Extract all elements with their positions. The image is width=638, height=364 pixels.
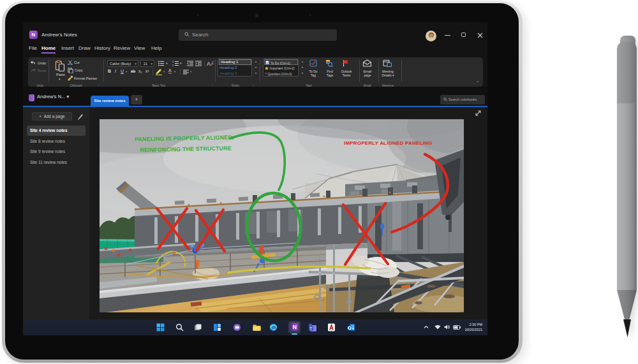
svg-text:N: N <box>293 324 297 330</box>
svg-text:A: A <box>207 61 211 67</box>
svg-text:IMPROPERLY ALIGNED PANELING: IMPROPERLY ALIGNED PANELING <box>344 140 432 146</box>
svg-text:1: 1 <box>172 61 174 63</box>
svg-text:T: T <box>309 326 312 331</box>
svg-text:2: 2 <box>172 64 174 67</box>
